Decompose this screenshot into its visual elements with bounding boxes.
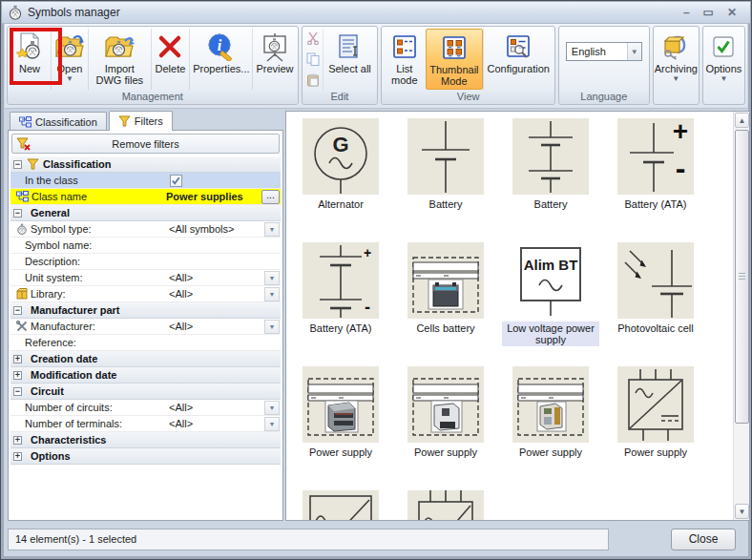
symbol-tile-power-supply-2[interactable]: Power supply bbox=[396, 366, 495, 490]
symbol-tile-photovoltaic-cell[interactable]: Photovoltaic cell bbox=[606, 242, 705, 366]
symbol-tile-cells-battery[interactable]: Cells battery bbox=[396, 242, 495, 366]
battery-symbol bbox=[407, 118, 484, 195]
expand-icon[interactable]: + bbox=[13, 436, 22, 445]
row-library[interactable]: Library: <All> ▼ bbox=[10, 286, 281, 302]
paste-icon[interactable] bbox=[306, 73, 320, 87]
new-button[interactable]: New bbox=[9, 29, 51, 90]
open-button[interactable]: Open ▼ bbox=[51, 29, 88, 90]
preview-button-label: Preview bbox=[256, 63, 293, 74]
row-class-name[interactable]: Class name Power supplies ... bbox=[10, 189, 281, 205]
preview-button[interactable]: Preview bbox=[252, 29, 296, 90]
symbol-tile-battery-ata-2[interactable]: + - Battery (ATA) bbox=[291, 242, 390, 366]
close-button[interactable]: Close bbox=[671, 529, 736, 550]
scroll-thumb[interactable] bbox=[735, 130, 749, 424]
language-combobox[interactable]: English ▼ bbox=[566, 42, 642, 61]
group-archiving: Archiving ▼ bbox=[653, 26, 700, 105]
symbol-tile-power-supply-4[interactable]: Power supply bbox=[606, 366, 705, 490]
collapse-icon[interactable]: − bbox=[13, 306, 22, 315]
properties-button[interactable]: i Properties... bbox=[189, 29, 252, 90]
symbol-type-icon bbox=[16, 223, 28, 235]
expand-icon[interactable]: + bbox=[13, 452, 22, 461]
symbol-label: Battery bbox=[532, 197, 571, 211]
row-number-of-circuits[interactable]: Number of circuits: <All> ▼ bbox=[10, 400, 281, 416]
list-mode-button[interactable]: List mode bbox=[383, 29, 426, 90]
classification-tree-icon bbox=[19, 116, 31, 128]
expand-icon[interactable]: + bbox=[13, 371, 22, 380]
tab-filters[interactable]: Filters bbox=[109, 111, 173, 131]
import-dwg-button[interactable]: Import DWG files bbox=[88, 29, 151, 90]
symbol-tile-battery-2[interactable]: Battery bbox=[501, 118, 600, 242]
dropdown-arrow-icon[interactable]: ▼ bbox=[264, 401, 280, 415]
configuration-icon bbox=[505, 31, 532, 63]
language-dropdown-icon[interactable]: ▼ bbox=[627, 43, 641, 60]
row-in-the-class[interactable]: In the class bbox=[10, 173, 281, 189]
options-button[interactable]: Options ▼ bbox=[702, 29, 744, 104]
scroll-up-button[interactable]: ▲ bbox=[735, 113, 749, 128]
dropdown-arrow-icon[interactable]: ▼ bbox=[264, 271, 280, 285]
symbol-tile-low-voltage-power-supply[interactable]: Alim BT Low voltage power supply bbox=[501, 242, 600, 366]
gallery-scrollbar[interactable]: ▲ ▼ bbox=[733, 112, 749, 520]
collapse-icon[interactable]: − bbox=[13, 160, 22, 169]
thumbnail-mode-button[interactable]: Thumbnail Mode bbox=[426, 29, 482, 90]
group-label-language: Language bbox=[559, 90, 649, 104]
alternator-symbol: G bbox=[303, 118, 379, 195]
symbol-tile-power-supply-3[interactable]: Power supply bbox=[501, 366, 600, 490]
row-label: Number of circuits: bbox=[10, 402, 169, 413]
cut-icon[interactable] bbox=[306, 31, 320, 45]
symbol-label: Battery bbox=[427, 197, 466, 211]
row-manufacturer[interactable]: Manufacturer: <All> ▼ bbox=[10, 319, 281, 335]
collapse-icon[interactable]: − bbox=[13, 387, 22, 396]
class-name-browse-button[interactable]: ... bbox=[261, 190, 280, 204]
dropdown-arrow-icon[interactable]: ▼ bbox=[264, 222, 280, 237]
close-icon[interactable]: ✕ bbox=[727, 7, 737, 18]
symbol-tile-partial-1[interactable] bbox=[291, 490, 390, 520]
dropdown-arrow-icon[interactable]: ▼ bbox=[264, 287, 280, 301]
symbol-tile-power-supply-1[interactable]: Power supply bbox=[291, 366, 390, 490]
row-unit-system[interactable]: Unit system: <All> ▼ bbox=[10, 270, 281, 286]
symbol-tile-battery-ata-1[interactable]: + - Battery (ATA) bbox=[606, 118, 705, 242]
group-label: General bbox=[27, 207, 281, 218]
configuration-button[interactable]: Configuration bbox=[483, 29, 554, 90]
symbol-tile-partial-2[interactable] bbox=[396, 490, 495, 520]
group-row-manufacturer-part[interactable]: − Manufacturer part bbox=[10, 302, 281, 319]
number-of-terminals-value: <All> bbox=[169, 418, 264, 429]
remove-filters-button[interactable]: Remove filters bbox=[11, 134, 280, 154]
group-label: Circuit bbox=[27, 385, 281, 397]
options-dropdown-icon[interactable]: ▼ bbox=[720, 75, 727, 82]
scroll-down-button[interactable]: ▼ bbox=[735, 504, 749, 519]
select-all-button[interactable]: Select all bbox=[324, 29, 377, 90]
archiving-button[interactable]: Archiving ▼ bbox=[653, 29, 700, 104]
open-dropdown-icon[interactable]: ▼ bbox=[66, 75, 73, 82]
symbol-tile-alternator[interactable]: G Alternator bbox=[291, 118, 390, 242]
group-row-modification-date[interactable]: + Modification date bbox=[10, 367, 281, 384]
symbol-tile-battery-1[interactable]: Battery bbox=[396, 118, 495, 242]
group-row-characteristics[interactable]: + Characteristics bbox=[10, 432, 281, 448]
import-dwg-label: Import DWG files bbox=[92, 63, 148, 86]
delete-button[interactable]: Delete bbox=[151, 29, 190, 90]
archiving-dropdown-icon[interactable]: ▼ bbox=[672, 75, 679, 82]
row-symbol-type[interactable]: Symbol type: <All symbols> ▼ bbox=[10, 221, 281, 238]
status-bar: 14 element(s) - 1 selected Close bbox=[5, 527, 747, 553]
minimize-icon[interactable]: – bbox=[683, 7, 690, 18]
copy-icon[interactable] bbox=[306, 52, 320, 66]
svg-text:i: i bbox=[218, 37, 222, 53]
group-row-creation-date[interactable]: + Creation date bbox=[10, 351, 281, 367]
collapse-icon[interactable]: − bbox=[13, 209, 22, 218]
dropdown-arrow-icon[interactable]: ▼ bbox=[264, 417, 280, 431]
battery-ata-double-symbol: + - bbox=[303, 242, 379, 319]
tab-classification[interactable]: Classification bbox=[10, 112, 107, 132]
maximize-icon[interactable]: ▭ bbox=[703, 7, 714, 18]
dropdown-arrow-icon[interactable]: ▼ bbox=[264, 320, 280, 334]
group-row-circuit[interactable]: − Circuit bbox=[10, 384, 281, 400]
svg-text:-: - bbox=[365, 298, 370, 317]
row-reference[interactable]: Reference: bbox=[10, 335, 281, 351]
row-description[interactable]: Description: bbox=[10, 254, 281, 270]
expand-icon[interactable]: + bbox=[13, 355, 22, 363]
in-the-class-checkbox[interactable] bbox=[170, 175, 182, 187]
row-symbol-name[interactable]: Symbol name: bbox=[10, 238, 281, 254]
remove-filters-icon bbox=[16, 137, 31, 153]
group-row-general[interactable]: − General bbox=[10, 205, 281, 221]
group-row-options[interactable]: + Options bbox=[10, 448, 281, 465]
row-number-of-terminals[interactable]: Number of terminals: <All> ▼ bbox=[10, 416, 281, 432]
group-row-classification[interactable]: − Classification bbox=[10, 156, 281, 173]
